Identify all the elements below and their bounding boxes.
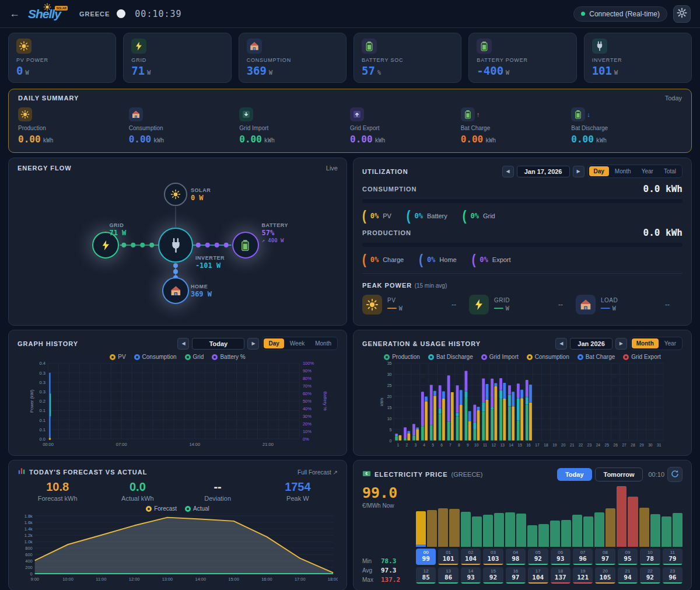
price-bar[interactable] <box>550 521 560 547</box>
price-tab-tomorrow[interactable]: Tomorrow <box>595 467 643 481</box>
flow-node-home[interactable] <box>162 277 189 304</box>
tab-month[interactable]: Month <box>610 166 636 176</box>
stat-card[interactable]: PV POWER0W <box>8 33 116 83</box>
refresh-button[interactable] <box>667 467 682 482</box>
price-bar[interactable] <box>650 514 660 547</box>
price-bar[interactable] <box>494 513 504 547</box>
shelly-logo[interactable]: Shelly SOLAR <box>28 7 61 21</box>
price-hour-cell[interactable]: 1493 <box>461 567 481 584</box>
price-bar[interactable] <box>438 508 448 547</box>
breakdown-pct: 0% <box>427 256 435 264</box>
price-hour-cell[interactable]: 2194 <box>618 567 638 584</box>
tab-month[interactable]: Month <box>632 338 659 348</box>
date-display[interactable]: Jan 17, 2026 <box>517 166 570 177</box>
settings-button[interactable] <box>673 5 691 23</box>
price-hour-cell[interactable]: 19121 <box>573 567 593 584</box>
legend-item-bat-discharge[interactable]: Bat Discharge <box>428 354 473 360</box>
flow-node-battery[interactable] <box>232 232 259 259</box>
tab-total[interactable]: Total <box>659 166 681 176</box>
month-next-button[interactable]: ▶ <box>615 338 627 350</box>
tab-week[interactable]: Week <box>285 338 309 348</box>
price-bar[interactable] <box>583 516 593 547</box>
price-hour-cell[interactable]: 0498 <box>506 549 526 565</box>
price-hour-cell[interactable]: 01101 <box>438 549 458 565</box>
full-forecast-link[interactable]: Full Forecast ↗ <box>298 469 338 476</box>
svg-text:00:00: 00:00 <box>43 442 54 447</box>
stat-card[interactable]: INVERTER101W <box>584 33 692 83</box>
price-tab-today[interactable]: Today <box>557 468 592 481</box>
price-hour-cell[interactable]: 1179 <box>663 549 682 565</box>
price-hour-cell[interactable]: 02104 <box>461 549 481 565</box>
stat-card[interactable]: BATTERY SOC57% <box>354 33 461 83</box>
price-hour-cell[interactable]: 18137 <box>551 567 570 584</box>
price-hour-cell[interactable]: 03103 <box>483 549 503 565</box>
price-bar[interactable] <box>606 508 615 547</box>
month-prev-button[interactable]: ◀ <box>555 338 567 350</box>
svg-text:1.0k: 1.0k <box>24 539 33 544</box>
price-hour-cell[interactable]: 2292 <box>640 567 660 584</box>
tab-year[interactable]: Year <box>637 166 658 176</box>
price-hour-cell[interactable]: 20105 <box>595 567 615 584</box>
legend-item-bat-charge[interactable]: Bat Charge <box>578 354 615 360</box>
price-hour-cell[interactable]: 1592 <box>483 567 503 584</box>
back-button[interactable]: ← <box>9 8 20 20</box>
price-hour-cell[interactable]: 2396 <box>663 567 682 584</box>
history-next-button[interactable]: ▶ <box>247 338 259 350</box>
price-hour-cell[interactable]: 0995 <box>618 549 638 565</box>
legend-item-production[interactable]: Production <box>384 354 420 360</box>
price-bar[interactable] <box>662 516 671 547</box>
legend-item-grid-export[interactable]: Grid Export <box>623 354 661 360</box>
tab-month[interactable]: Month <box>310 338 336 348</box>
price-bar[interactable] <box>483 515 493 547</box>
flow-node-inverter[interactable] <box>158 228 193 263</box>
price-bar[interactable] <box>516 514 526 547</box>
price-hour-cell[interactable]: 0897 <box>595 549 615 565</box>
price-hour-cell[interactable]: 1697 <box>506 567 526 584</box>
legend-item-grid-import[interactable]: Grid Import <box>481 354 519 360</box>
price-bar[interactable] <box>594 512 604 547</box>
price-bar[interactable] <box>461 512 471 547</box>
price-bar[interactable] <box>628 497 638 547</box>
tab-day[interactable]: Day <box>589 166 609 176</box>
price-hour-cell[interactable]: 0693 <box>551 549 570 565</box>
price-hour-cell[interactable]: 1386 <box>438 567 458 584</box>
legend-item-grid[interactable]: Grid <box>185 354 204 360</box>
price-hour-cell[interactable]: 0592 <box>528 549 548 565</box>
legend-item-actual[interactable]: Actual <box>185 505 209 512</box>
legend-item-pv[interactable]: PV <box>110 354 125 360</box>
history-prev-button[interactable]: ◀ <box>177 338 189 350</box>
svg-text:200: 200 <box>25 565 32 570</box>
stat-card[interactable]: CONSUMPTION369W <box>239 33 346 83</box>
price-bar[interactable] <box>472 516 482 547</box>
legend-item-consumption[interactable]: Consumption <box>527 354 569 360</box>
tab-day[interactable]: Day <box>264 338 284 348</box>
price-bar[interactable] <box>673 513 682 547</box>
month-display[interactable]: Jan 2026 <box>570 338 612 350</box>
history-range-display[interactable]: Today <box>192 338 244 350</box>
price-bar[interactable] <box>505 512 515 547</box>
price-bar[interactable] <box>427 510 437 547</box>
price-bar[interactable] <box>538 524 548 547</box>
flow-node-solar[interactable] <box>164 183 187 206</box>
legend-item-consumption[interactable]: Consumption <box>134 354 177 360</box>
price-bar[interactable] <box>572 515 582 547</box>
price-bar[interactable] <box>617 486 626 547</box>
price-bar[interactable] <box>416 511 426 547</box>
price-bar[interactable] <box>561 520 571 547</box>
price-hour-cell[interactable]: 0099 <box>416 549 436 565</box>
stat-card[interactable]: BATTERY POWER-400W <box>468 33 576 83</box>
price-hour-cell[interactable]: 1285 <box>416 567 436 584</box>
price-hour-cell[interactable]: 0796 <box>573 549 593 565</box>
legend-item-battery-[interactable]: Battery % <box>212 354 245 360</box>
stat-card[interactable]: GRID71W <box>123 33 231 83</box>
price-bar[interactable] <box>449 509 459 547</box>
date-next-button[interactable]: ▶ <box>573 166 584 177</box>
price-bar[interactable] <box>527 525 537 547</box>
date-prev-button[interactable]: ◀ <box>502 166 514 177</box>
price-hour-cell[interactable]: 1078 <box>640 549 660 565</box>
price-bar[interactable] <box>639 508 649 547</box>
price-hour-cell[interactable]: 17104 <box>528 567 548 584</box>
tab-year[interactable]: Year <box>660 338 681 348</box>
theme-toggle[interactable] <box>117 9 125 18</box>
legend-item-forecast[interactable]: Forecast <box>146 505 177 512</box>
